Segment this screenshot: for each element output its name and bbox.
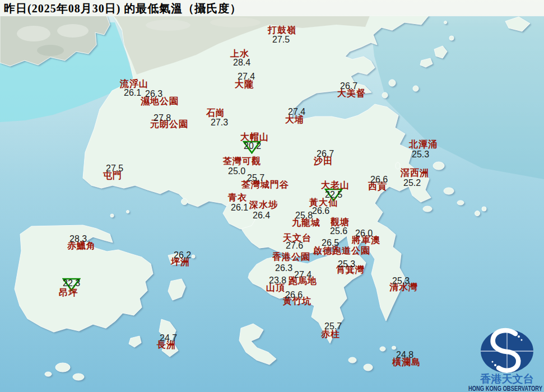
station-temperature: 25.8 [295, 211, 313, 220]
station-temperature: 26.1 [124, 88, 141, 97]
station-temperature: 26.6 [285, 291, 303, 300]
hong-kong-map: 香港天文台 HONG KONG OBSERVATORY [0, 0, 544, 392]
waglan-island [392, 346, 396, 349]
station-temperature: 26.3 [145, 90, 162, 99]
station-temperature: 27.4 [294, 270, 311, 279]
station-temperature: 26.3 [275, 264, 292, 273]
station-temperature: 25.7 [247, 174, 264, 183]
station-name: 深水埗 [249, 200, 278, 209]
station-name: 大帽山 [240, 133, 269, 142]
station-temperature: 24.7 [160, 334, 177, 343]
station-temperature: 25.3 [412, 150, 429, 159]
station-name: 打鼓嶺 [268, 26, 296, 35]
station-temperature: 27.4 [238, 72, 255, 81]
station-name: 石崗 [206, 109, 225, 118]
station-name: 北潭涌 [409, 140, 438, 149]
station-name: 大老山 [321, 181, 350, 190]
station-temperature: 25.6 [330, 227, 347, 236]
station-name: 上水 [230, 49, 249, 58]
station-temperature: 26.0 [355, 229, 373, 238]
station-temperature: 26.2 [174, 251, 191, 260]
station-temperature: 25.7 [324, 322, 342, 331]
station-temperature: 26.5 [322, 239, 339, 248]
station-name: 青衣 [228, 193, 247, 202]
station-temperature: 22.3 [63, 279, 80, 288]
station-temperature: 23.8 [269, 276, 286, 285]
station-temperature: 24.8 [396, 351, 413, 360]
station-temperature: 27.6 [286, 241, 303, 250]
station-temperature: 28.3 [69, 235, 87, 244]
station-temperature: 28.4 [233, 58, 250, 67]
station-name: 觀塘 [331, 218, 350, 227]
station-temperature: 25.3 [338, 260, 355, 269]
station-name: 荃灣可觀 [223, 157, 261, 166]
station-temperature: 27.3 [211, 118, 228, 127]
station-name: 啟德跑道公園 [313, 246, 370, 255]
station-temperature: 26.7 [317, 150, 334, 158]
station-temperature: 20.2 [244, 142, 261, 151]
station-temperature: 26.1 [231, 203, 248, 212]
ma-wan-island [182, 199, 188, 205]
station-temperature: 26.6 [312, 207, 329, 216]
map-title: 昨日(2025年08月30日) 的最低氣溫（攝氏度） [4, 1, 241, 16]
station-temperature: 27.5 [272, 35, 290, 44]
station-temperature: 27.5 [106, 164, 123, 173]
station-name: 昂坪 [59, 288, 78, 297]
station-temperature: 25.3 [392, 277, 410, 286]
station-name: 赤柱 [321, 330, 340, 339]
station-name: 流浮山 [120, 80, 148, 88]
hko-logo-english: HONG KONG OBSERVATORY [468, 385, 542, 392]
station-temperature: 25.2 [403, 179, 421, 188]
station-name: 大隴 [235, 80, 254, 89]
station-temperature: 27.8 [154, 114, 171, 123]
weather-map-screen: 香港天文台 HONG KONG OBSERVATORY 昨日(2025年08月3… [0, 0, 544, 392]
station-name: 大埔 [285, 115, 304, 124]
hko-logo-chinese: 香港天文台 [480, 373, 534, 385]
station-temperature: 26.6 [370, 175, 388, 184]
station-temperature: 26.7 [340, 82, 357, 91]
station-temperature: 26.4 [253, 211, 270, 220]
station-temperature: 27.4 [288, 108, 305, 116]
station-temperature: 25.0 [228, 167, 245, 176]
station-name: 滘西洲 [401, 169, 429, 178]
station-name: 香港公園 [272, 253, 310, 262]
